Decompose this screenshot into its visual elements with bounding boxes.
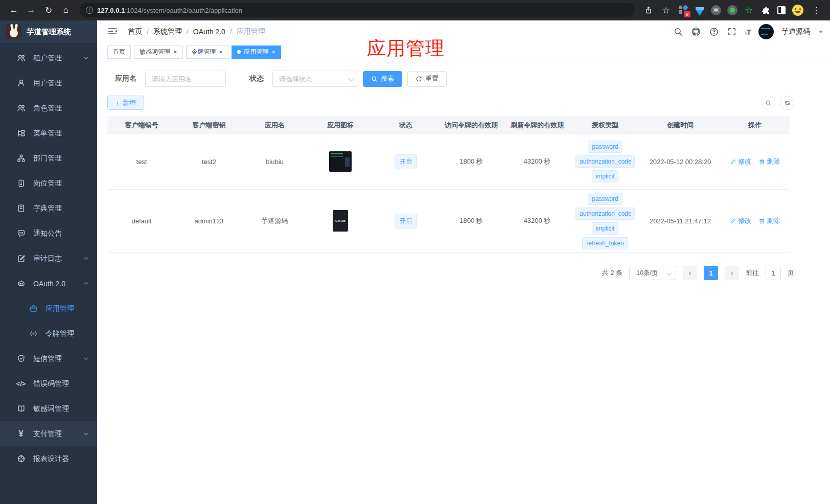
close-icon[interactable]: × bbox=[219, 49, 223, 55]
edit-link[interactable]: 修改 bbox=[730, 157, 751, 166]
breadcrumb: 首页 / 系统管理 / OAuth 2.0 / 应用管理 bbox=[128, 27, 265, 36]
shield-icon bbox=[16, 354, 26, 363]
refresh-table-button[interactable] bbox=[780, 96, 794, 110]
yen-icon: ¥ bbox=[16, 429, 26, 439]
sidebar-menu: 租户管理 用户管理 角色管理 菜单管理 部门管理 岗位管理 bbox=[0, 43, 97, 504]
fullscreen-icon[interactable] bbox=[727, 27, 737, 37]
tab-token[interactable]: 令牌管理 × bbox=[186, 45, 229, 59]
next-page-button[interactable]: › bbox=[725, 266, 739, 280]
sidebar-item-oauth[interactable]: OAuth 2.0 bbox=[0, 271, 97, 296]
sidebar-item-sensitive-words[interactable]: 敏感词管理 bbox=[0, 396, 97, 421]
sidebar-item-user[interactable]: 用户管理 bbox=[0, 71, 97, 96]
cell-secret: admin123 bbox=[176, 216, 242, 226]
gem-extension-icon[interactable] bbox=[694, 5, 705, 16]
home-icon[interactable]: ⌂ bbox=[58, 3, 74, 18]
tab-sensitive-words[interactable]: 敏感词管理 × bbox=[134, 45, 183, 59]
tab-application[interactable]: 应用管理 × bbox=[232, 45, 281, 59]
site-info-icon[interactable]: i bbox=[86, 7, 93, 14]
tab-home[interactable]: 首页 bbox=[107, 45, 131, 59]
grant-type-tag: password bbox=[588, 193, 622, 205]
command-extension-icon[interactable]: ⌘ bbox=[710, 5, 722, 16]
sidebar-item-dict[interactable]: 字典管理 bbox=[0, 196, 97, 221]
sidebar-item-report-designer[interactable]: 报表设计器 bbox=[0, 446, 97, 471]
trash-icon bbox=[758, 218, 765, 224]
sidebar-item-oauth-token[interactable]: 令牌管理 bbox=[0, 321, 97, 346]
close-icon[interactable]: × bbox=[173, 49, 177, 55]
sidebar-item-dept[interactable]: 部门管理 bbox=[0, 146, 97, 171]
search-button[interactable]: 搜索 bbox=[363, 71, 402, 87]
sidebar-fold-icon[interactable] bbox=[107, 26, 119, 37]
back-icon[interactable]: ← bbox=[6, 3, 21, 18]
status-select-input[interactable] bbox=[272, 71, 358, 87]
top-navbar: 首页 / 系统管理 / OAuth 2.0 / 应用管理 тT 芋道源码 bbox=[97, 20, 830, 43]
search-icon bbox=[371, 76, 378, 82]
goto-label: 前往 bbox=[746, 268, 759, 278]
cell-access-validity: 1800 秒 bbox=[438, 156, 504, 167]
grant-type-tag: password bbox=[588, 141, 622, 153]
toggle-search-button[interactable] bbox=[761, 96, 775, 110]
split-screen-icon[interactable] bbox=[776, 5, 787, 16]
delete-link[interactable]: 删除 bbox=[758, 157, 780, 166]
sidebar-item-audit-log[interactable]: 审计日志 bbox=[0, 246, 97, 271]
close-icon[interactable]: × bbox=[271, 49, 275, 55]
app-logo-band[interactable]: 芋道管理系统 bbox=[0, 20, 97, 43]
refresh-icon bbox=[784, 100, 791, 106]
address-bar[interactable]: i 127.0.0.1:1024/system/oauth2/oauth2/ap… bbox=[80, 3, 635, 17]
grant-type-tag: authorization_code bbox=[575, 155, 635, 168]
cell-grant-types: password authorization_code implicit ref… bbox=[570, 192, 640, 250]
bookmark-star-icon[interactable]: ☆ bbox=[658, 3, 674, 18]
recorder-extension-icon[interactable] bbox=[727, 5, 738, 16]
open-book-icon bbox=[16, 404, 26, 414]
table-toolbar: + 新增 bbox=[107, 96, 794, 110]
breadcrumb-oauth[interactable]: OAuth 2.0 bbox=[193, 28, 225, 36]
breadcrumb-home[interactable]: 首页 bbox=[128, 27, 142, 36]
goto-page-input[interactable] bbox=[766, 266, 781, 280]
reload-icon[interactable]: ↻ bbox=[41, 3, 56, 18]
help-icon[interactable] bbox=[709, 27, 719, 37]
cell-app-icon bbox=[307, 150, 374, 173]
add-button[interactable]: + 新增 bbox=[107, 96, 144, 110]
search-icon[interactable] bbox=[673, 27, 683, 37]
sidebar-item-tenant[interactable]: 租户管理 bbox=[0, 45, 97, 71]
font-size-icon[interactable]: тT bbox=[745, 28, 751, 36]
prev-page-button[interactable]: ‹ bbox=[683, 266, 697, 280]
star-extension-icon[interactable]: ☆ bbox=[743, 5, 754, 16]
pagination: 共 2 条 10条/页 ‹ 1 › 前往 页 bbox=[107, 266, 794, 280]
sidebar-item-payment[interactable]: ¥ 支付管理 bbox=[0, 421, 97, 446]
org-icon bbox=[16, 154, 26, 163]
sidebar-item-notice[interactable]: 通知公告 bbox=[0, 221, 97, 246]
cell-grant-types: password authorization_code implicit bbox=[570, 140, 640, 184]
cell-refresh-validity: 43200 秒 bbox=[504, 215, 570, 226]
page-size-select[interactable]: 10条/页 bbox=[629, 266, 676, 280]
tags-view-bar: 首页 敏感词管理 × 令牌管理 × 应用管理 × bbox=[97, 43, 830, 61]
sidebar-item-role[interactable]: 角色管理 bbox=[0, 96, 97, 121]
sidebar-item-post[interactable]: 岗位管理 bbox=[0, 171, 97, 196]
users-icon bbox=[16, 54, 26, 63]
github-icon[interactable] bbox=[691, 27, 701, 37]
share-icon[interactable] bbox=[641, 3, 656, 18]
sidebar-item-oauth-application[interactable]: 应用管理 bbox=[0, 296, 97, 321]
edit-link[interactable]: 修改 bbox=[730, 216, 751, 225]
profile-avatar[interactable] bbox=[792, 5, 803, 16]
delete-link[interactable]: 删除 bbox=[758, 216, 780, 225]
user-avatar[interactable] bbox=[758, 24, 774, 39]
user-name[interactable]: 芋道源码 bbox=[781, 27, 810, 36]
puzzle-extensions-icon[interactable] bbox=[759, 5, 771, 16]
chevron-down-icon bbox=[83, 430, 89, 438]
table-header-row: 客户端编号 客户端密钥 应用名 应用图标 状态 访问令牌的有效期 刷新令牌的有效… bbox=[107, 116, 790, 134]
sidebar-item-errorcode[interactable]: </> 错误码管理 bbox=[0, 371, 97, 396]
cell-status: 开启 bbox=[374, 213, 438, 230]
breadcrumb-system[interactable]: 系统管理 bbox=[153, 27, 182, 36]
user-menu-caret-icon[interactable] bbox=[819, 31, 823, 33]
reset-button[interactable]: 重置 bbox=[407, 71, 447, 87]
grid-extension-icon[interactable]: 9 bbox=[678, 5, 689, 16]
app-name-input[interactable] bbox=[145, 71, 226, 87]
browser-menu-icon[interactable]: ⋮ bbox=[809, 3, 824, 18]
applications-table: 客户端编号 客户端密钥 应用名 应用图标 状态 访问令牌的有效期 刷新令牌的有效… bbox=[107, 116, 790, 253]
forward-icon[interactable]: → bbox=[24, 3, 39, 18]
page-number-current[interactable]: 1 bbox=[704, 266, 718, 280]
pencil-icon bbox=[730, 218, 736, 224]
status-select[interactable] bbox=[272, 71, 358, 87]
sidebar-item-sms[interactable]: 短信管理 bbox=[0, 346, 97, 371]
sidebar-item-menu[interactable]: 菜单管理 bbox=[0, 121, 97, 146]
